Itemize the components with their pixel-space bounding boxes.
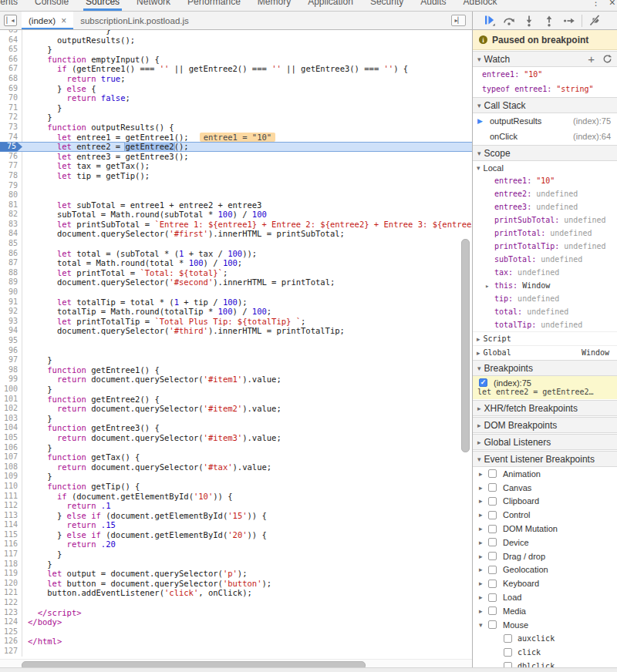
gutter-line-number[interactable]: 65 bbox=[0, 45, 22, 55]
gutter-line-number[interactable]: 121 bbox=[0, 588, 22, 598]
gutter-line-number[interactable]: 98 bbox=[0, 365, 22, 375]
gutter-line-number[interactable]: 67 bbox=[0, 64, 22, 74]
breakpoint-entry[interactable]: ✓ (index):75 let entree2 = getEntree2… bbox=[473, 376, 617, 399]
elb-category-keyboard[interactable]: ▸Keyboard bbox=[473, 576, 617, 590]
close-tab-icon[interactable]: × bbox=[61, 16, 66, 25]
tab-console[interactable]: Console bbox=[26, 0, 77, 11]
gutter-line-number[interactable]: 97 bbox=[0, 355, 22, 365]
elb-category-device[interactable]: ▸Device bbox=[473, 536, 617, 549]
chevron-right-icon[interactable]: ▸ bbox=[479, 580, 485, 587]
gutter-line-number[interactable]: 77 bbox=[0, 161, 22, 171]
refresh-watch-button[interactable] bbox=[602, 54, 612, 64]
tab-network[interactable]: Network bbox=[128, 0, 179, 11]
category-checkbox[interactable] bbox=[488, 620, 497, 629]
elb-category-dom-mutation[interactable]: ▸DOM Mutation bbox=[473, 522, 617, 536]
gutter-line-number[interactable]: 95 bbox=[0, 336, 22, 346]
gutter-line-number[interactable]: 108 bbox=[0, 462, 22, 472]
tab-security[interactable]: Security bbox=[362, 0, 412, 11]
gutter-line-number[interactable]: 87 bbox=[0, 258, 22, 268]
file-tab-index[interactable]: (index) × bbox=[22, 12, 73, 29]
elb-event-click[interactable]: click bbox=[473, 645, 617, 659]
chevron-down-icon[interactable]: ▾ bbox=[479, 621, 485, 629]
elb-category-geolocation[interactable]: ▸Geolocation bbox=[473, 563, 617, 577]
tab-performance[interactable]: Performance bbox=[179, 0, 249, 11]
elb-event-auxclick[interactable]: auxclick bbox=[473, 632, 617, 646]
gutter-line-number[interactable]: 75 bbox=[0, 142, 22, 152]
gutter-line-number[interactable]: 93 bbox=[0, 317, 22, 327]
gutter-line-number[interactable]: 82 bbox=[0, 210, 22, 220]
category-checkbox[interactable] bbox=[488, 606, 497, 615]
chevron-right-icon[interactable]: ▸ bbox=[479, 539, 485, 546]
gutter-line-number[interactable]: 116 bbox=[0, 539, 22, 549]
gutter-line-number[interactable]: 113 bbox=[0, 511, 22, 521]
chevron-right-icon[interactable]: ▸ bbox=[479, 484, 485, 492]
category-checkbox[interactable] bbox=[488, 469, 497, 478]
chevron-right-icon[interactable]: ▸ bbox=[479, 593, 485, 601]
event-checkbox[interactable] bbox=[504, 634, 512, 643]
gutter-line-number[interactable]: 83 bbox=[0, 220, 22, 230]
gutter-line-number[interactable]: 100 bbox=[0, 385, 22, 395]
gutter-line-number[interactable]: 64 bbox=[0, 35, 22, 45]
category-checkbox[interactable] bbox=[488, 511, 497, 519]
step-out-button[interactable] bbox=[539, 13, 559, 29]
scope-script-row[interactable]: ▸ Script bbox=[473, 331, 617, 345]
watch-expression[interactable]: entree1: "10" bbox=[473, 67, 617, 82]
gutter-line-number[interactable]: 125 bbox=[0, 627, 22, 637]
gutter-line-number[interactable]: 124 bbox=[0, 617, 22, 627]
category-checkbox[interactable] bbox=[488, 580, 497, 588]
chevron-right-icon[interactable]: ▸ bbox=[479, 607, 485, 615]
gutter-line-number[interactable]: 80 bbox=[0, 190, 22, 200]
gutter-line-number[interactable]: 71 bbox=[0, 103, 22, 113]
navigator-toggle-icon[interactable]: ▏◂ bbox=[4, 15, 17, 26]
category-checkbox[interactable] bbox=[488, 538, 497, 546]
gutter-line-number[interactable]: 72 bbox=[0, 113, 22, 123]
gutter-line-number[interactable]: 115 bbox=[0, 530, 22, 540]
gutter-line-number[interactable]: 76 bbox=[0, 152, 22, 162]
add-watch-button[interactable]: + bbox=[588, 53, 595, 65]
gutter-line-number[interactable]: 101 bbox=[0, 395, 22, 405]
gutter-line-number[interactable]: 90 bbox=[0, 287, 22, 297]
elb-category-drag-drop[interactable]: ▸Drag / drop bbox=[473, 549, 617, 563]
gutter-line-number[interactable]: 109 bbox=[0, 472, 22, 482]
gutter-line-number[interactable]: 84 bbox=[0, 229, 22, 239]
gutter-line-number[interactable]: 91 bbox=[0, 297, 22, 307]
global-listeners-section-header[interactable]: ▸ Global Listeners bbox=[473, 434, 617, 450]
gutter-line-number[interactable]: 111 bbox=[0, 492, 22, 502]
step-over-button[interactable] bbox=[499, 13, 519, 29]
gutter-line-number[interactable]: 106 bbox=[0, 443, 22, 453]
gutter-line-number[interactable]: 79 bbox=[0, 181, 22, 191]
tab-memory[interactable]: Memory bbox=[249, 0, 299, 11]
gutter-line-number[interactable]: 114 bbox=[0, 520, 22, 530]
gutter-line-number[interactable]: 92 bbox=[0, 307, 22, 317]
elb-category-clipboard[interactable]: ▸Clipboard bbox=[473, 495, 617, 509]
gutter-line-number[interactable]: 88 bbox=[0, 268, 22, 278]
category-checkbox[interactable] bbox=[488, 497, 497, 506]
gutter-line-number[interactable]: 86 bbox=[0, 249, 22, 259]
xhr-breakpoints-section-header[interactable]: ▸ XHR/fetch Breakpoints bbox=[473, 400, 617, 416]
call-stack-frame[interactable]: ▶outputResults(index):75 bbox=[473, 113, 617, 129]
more-tabs-icon[interactable]: ▸▏ bbox=[451, 15, 466, 26]
gutter-line-number[interactable]: 127 bbox=[0, 647, 22, 657]
dom-breakpoints-section-header[interactable]: ▸ DOM Breakpoints bbox=[473, 417, 617, 433]
tab-application[interactable]: Application bbox=[299, 0, 362, 11]
event-checkbox[interactable] bbox=[504, 648, 512, 657]
gutter-line-number[interactable]: 81 bbox=[0, 200, 22, 210]
watch-section-header[interactable]: ▾ Watch + bbox=[473, 51, 617, 67]
gutter-line-number[interactable]: 102 bbox=[0, 404, 22, 414]
category-checkbox[interactable] bbox=[488, 525, 497, 533]
gutter-line-number[interactable]: 63 bbox=[0, 30, 22, 35]
category-checkbox[interactable] bbox=[488, 483, 497, 492]
category-checkbox[interactable] bbox=[488, 552, 497, 560]
category-checkbox[interactable] bbox=[488, 593, 497, 602]
chevron-right-icon[interactable]: ▸ bbox=[479, 566, 485, 573]
deactivate-breakpoints-button[interactable] bbox=[585, 13, 605, 29]
elb-category-animation[interactable]: ▸Animation bbox=[473, 467, 617, 481]
gutter-line-number[interactable]: 119 bbox=[0, 569, 22, 579]
call-stack-frame[interactable]: onClick(index):64 bbox=[473, 129, 617, 144]
resume-script-button[interactable] bbox=[479, 13, 499, 29]
gutter-line-number[interactable]: 78 bbox=[0, 171, 22, 181]
elb-category-canvas[interactable]: ▸Canvas bbox=[473, 481, 617, 495]
event-listener-breakpoints-section-header[interactable]: ▾ Event Listener Breakpoints bbox=[473, 451, 617, 467]
chevron-right-icon[interactable]: ▸ bbox=[479, 511, 485, 519]
gutter-line-number[interactable]: 110 bbox=[0, 482, 22, 492]
